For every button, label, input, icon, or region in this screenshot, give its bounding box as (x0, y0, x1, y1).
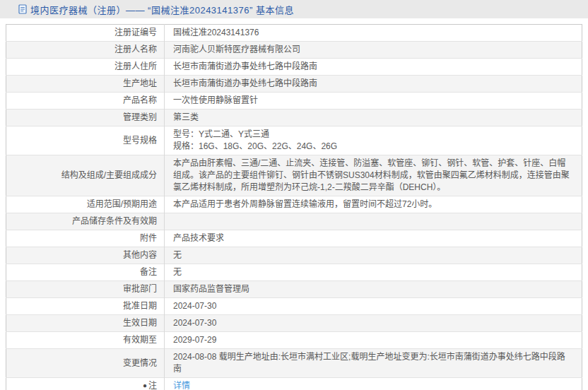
row-label-text: 变更情况 (123, 358, 157, 368)
row-label-text: 其他内容 (123, 250, 157, 260)
row-label-text: 注册人名称 (114, 45, 157, 54)
row-label: 生产地址 (6, 76, 165, 93)
row-label: 备注 (6, 264, 165, 281)
row-label: ●注 (6, 378, 165, 390)
table-row: 产品名称一次性使用静脉留置针 (6, 93, 582, 110)
row-value: 长垣市南蒲街道办事处纬七路中段路南 (165, 59, 582, 76)
details-link[interactable]: 详情 (173, 381, 190, 390)
row-label-text: 结构及组成/主要组成成分 (61, 170, 157, 180)
registration-info-table: 注册证编号国械注准20243141376注册人名称河南驼人贝斯特医疗器械有限公司… (6, 24, 582, 390)
note-bulb-icon: ● (143, 379, 147, 390)
table-row: 有效期至2029-07-29 (6, 332, 582, 349)
table-row: 生产地址长垣市南蒲街道办事处纬七路中段路南 (6, 76, 582, 93)
row-label: 审批部门 (6, 281, 165, 298)
row-value: 详情 (165, 378, 582, 390)
row-label: 批准日期 (6, 298, 165, 315)
row-label: 型号规格 (6, 126, 165, 155)
table-row: 备注无 (6, 264, 582, 281)
row-label: 生效日期 (6, 315, 165, 332)
row-label-text: 附件 (140, 233, 157, 243)
row-label: 管理类别 (6, 110, 165, 126)
table-row: 生效日期2024-07-30 (6, 315, 582, 332)
row-label: 注册人名称 (6, 42, 165, 59)
table-row: 产品储存条件及有效期 (6, 213, 582, 230)
table-row: 注册人名称河南驼人贝斯特医疗器械有限公司 (6, 42, 582, 59)
table-row: 批准日期2024-07-30 (6, 298, 582, 315)
row-label-text: 批准日期 (123, 301, 157, 311)
row-value: 2029-07-29 (165, 332, 582, 349)
table-row: 注册人住所长垣市南蒲街道办事处纬七路中段路南 (6, 59, 582, 76)
row-label-text: 适用范围/预期用途 (87, 199, 157, 209)
row-label-text: 管理类别 (123, 112, 157, 122)
row-label: 有效期至 (6, 332, 165, 349)
row-value: 无 (165, 264, 582, 281)
row-label: 其他内容 (6, 247, 165, 264)
page-header: 境内医疗器械（注册）—— “国械注准20243141376” 基本信息 (0, 0, 588, 18)
row-label: 适用范围/预期用途 (6, 196, 165, 213)
document-icon (18, 4, 27, 14)
row-label-text: 有效期至 (123, 335, 157, 345)
row-value: 产品技术要求 (165, 230, 582, 247)
row-value: 国家药品监督管理局 (165, 281, 582, 298)
row-value: 一次性使用静脉留置针 (165, 93, 582, 110)
row-label: 产品储存条件及有效期 (6, 213, 165, 230)
row-value: 第三类 (165, 110, 582, 126)
row-value: 2024-07-30 (165, 315, 582, 332)
row-label-text: 审批部门 (123, 284, 157, 294)
registration-info-section: 注册证编号国械注准20243141376注册人名称河南驼人贝斯特医疗器械有限公司… (6, 24, 582, 390)
row-value: 2024-08-08 载明生产地址由:长垣市满村工业区;载明生产地址变更为:长垣… (165, 349, 582, 378)
row-label: 注册证编号 (6, 25, 165, 42)
row-label-text: 备注 (140, 267, 157, 277)
row-value: 河南驼人贝斯特医疗器械有限公司 (165, 42, 582, 59)
row-label-text: 生效日期 (123, 318, 157, 328)
row-label: 结构及组成/主要组成成分 (6, 155, 165, 196)
table-row: ●注详情 (6, 378, 582, 390)
row-value (165, 213, 582, 230)
row-label: 产品名称 (6, 93, 165, 110)
row-value: 长垣市南蒲街道办事处纬七路中段路南 (165, 76, 582, 93)
row-label-text: 产品储存条件及有效期 (72, 216, 157, 226)
row-label-text: 生产地址 (123, 78, 157, 88)
table-row: 型号规格型号：Y式二通、Y式三通 规格：16G、18G、20G、22G、24G、… (6, 126, 582, 155)
table-row: 附件产品技术要求 (6, 230, 582, 247)
row-value: 无 (165, 247, 582, 264)
row-label-text: 注 (148, 381, 157, 390)
row-label-text: 型号规格 (123, 136, 157, 146)
page-title: 境内医疗器械（注册）—— “国械注准20243141376” 基本信息 (30, 3, 294, 16)
row-label: 注册人住所 (6, 59, 165, 76)
table-row: 结构及组成/主要组成成分本产品由肝素帽、三通/二通、止流夹、连接管、防溢塞、软管… (6, 155, 582, 196)
row-label-text: 注册人住所 (114, 61, 157, 71)
row-label-text: 产品名称 (123, 95, 157, 105)
table-row: 审批部门国家药品监督管理局 (6, 281, 582, 298)
row-label: 变更情况 (6, 349, 165, 378)
row-label-text: 注册证编号 (114, 28, 157, 37)
row-value: 型号：Y式二通、Y式三通 规格：16G、18G、20G、22G、24G、26G (165, 126, 582, 155)
table-row: 注册证编号国械注准20243141376 (6, 25, 582, 42)
row-value: 2024-07-30 (165, 298, 582, 315)
row-value: 国械注准20243141376 (165, 25, 582, 42)
row-value: 本产品由肝素帽、三通/二通、止流夹、连接管、防溢塞、软管座、铆钉、钢针、软管、护… (165, 155, 582, 196)
table-row: 其他内容无 (6, 247, 582, 264)
table-row: 适用范围/预期用途本产品适用于患者外周静脉留置连续输液用，留置时间不超过72小时… (6, 196, 582, 213)
table-row: 变更情况2024-08-08 载明生产地址由:长垣市满村工业区;载明生产地址变更… (6, 349, 582, 378)
row-label: 附件 (6, 230, 165, 247)
table-row: 管理类别第三类 (6, 110, 582, 126)
row-value: 本产品适用于患者外周静脉留置连续输液用，留置时间不超过72小时。 (165, 196, 582, 213)
